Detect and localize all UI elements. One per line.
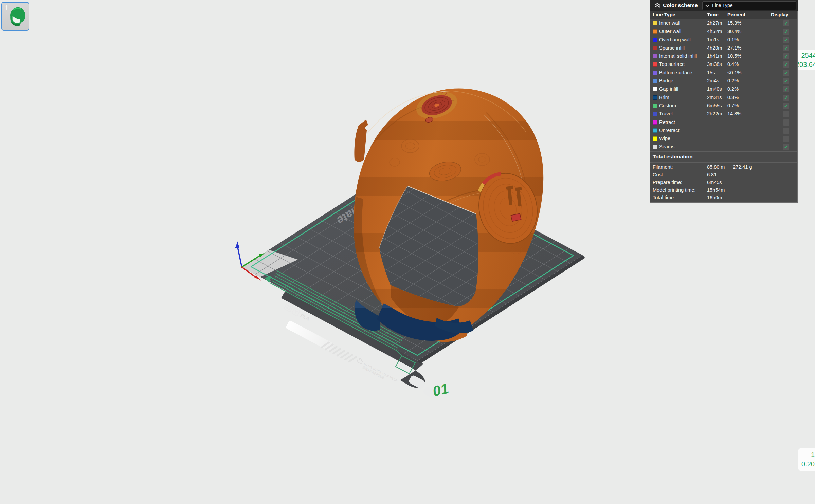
line-type-row: Unretract✓ bbox=[650, 127, 797, 135]
chevron-down-icon bbox=[705, 2, 710, 10]
line-type-label: Wipe bbox=[659, 136, 670, 141]
estimation-value: 16h0m bbox=[707, 195, 722, 200]
line-type-time: 1m1s bbox=[707, 37, 719, 42]
display-checkbox[interactable]: ✓ bbox=[783, 78, 789, 84]
estimation-value: 15h54m bbox=[707, 187, 725, 193]
line-type-time: 4h52m bbox=[707, 29, 722, 34]
line-type-color-swatch bbox=[653, 145, 657, 149]
estimation-row: Cost:6.81 bbox=[650, 171, 797, 179]
line-type-color-swatch bbox=[653, 112, 657, 116]
line-type-percent: 14.8% bbox=[727, 111, 741, 116]
slicer-preview-window: late PLA GLUE STICK CAN HELP 需要时可使用胶棒 bbox=[0, 0, 815, 504]
plate-number-label[interactable]: 01 bbox=[431, 380, 450, 399]
line-type-row: Top surface3m38s0.4%✓ bbox=[650, 60, 797, 69]
step-value: 1 bbox=[798, 450, 815, 460]
col-time: Time bbox=[707, 12, 719, 17]
line-type-color-swatch bbox=[653, 87, 657, 91]
estimation-label: Filament: bbox=[653, 164, 673, 170]
line-type-color-swatch bbox=[653, 95, 657, 100]
line-type-color-swatch bbox=[653, 136, 657, 141]
line-type-color-swatch bbox=[653, 128, 657, 133]
plate-thumbnail-helmet-icon bbox=[4, 5, 31, 31]
estimation-row: Total time:16h0m bbox=[650, 194, 797, 202]
display-checkbox[interactable]: ✓ bbox=[783, 37, 789, 43]
line-type-time: 3m38s bbox=[707, 61, 722, 67]
line-type-row: Internal solid infill1h41m10.5%✓ bbox=[650, 52, 797, 60]
color-scheme-panel: Color scheme Line Type Line Type Time Pe… bbox=[650, 0, 798, 203]
line-type-color-swatch bbox=[653, 104, 657, 108]
display-checkbox[interactable]: ✓ bbox=[783, 45, 789, 51]
line-type-color-swatch bbox=[653, 120, 657, 125]
line-type-color-swatch bbox=[653, 21, 657, 25]
plate-hatch-stripes bbox=[321, 340, 357, 364]
line-type-percent: 15.3% bbox=[727, 20, 741, 26]
estimation-label: Model printing time: bbox=[653, 187, 696, 193]
line-type-row: Brim2m31s0.3%✓ bbox=[650, 94, 797, 102]
plate-thumbnail-card[interactable]: 1 bbox=[1, 2, 29, 31]
line-type-label: Gap infill bbox=[659, 86, 678, 92]
display-checkbox[interactable]: ✓ bbox=[783, 86, 789, 92]
line-type-label: Overhang wall bbox=[659, 37, 691, 42]
line-type-row: Travel2h22m14.8%✓ bbox=[650, 110, 797, 118]
view-type-dropdown[interactable]: Line Type bbox=[702, 1, 796, 10]
line-type-label: Custom bbox=[659, 103, 676, 108]
line-type-percent: 0.4% bbox=[727, 61, 739, 67]
table-header: Line Type Time Percent Display bbox=[650, 11, 797, 19]
line-type-label: Bridge bbox=[659, 78, 673, 83]
display-checkbox[interactable]: ✓ bbox=[783, 95, 789, 101]
line-type-percent: 27.1% bbox=[727, 45, 741, 51]
glue-stick-icon bbox=[357, 358, 363, 364]
estimation-label: Total time: bbox=[653, 195, 675, 200]
line-type-percent: 0.3% bbox=[727, 95, 739, 100]
bambu-logo-icon bbox=[284, 303, 293, 312]
line-type-time: 2m31s bbox=[707, 95, 722, 100]
line-type-label: Travel bbox=[659, 111, 673, 116]
display-checkbox[interactable]: ✓ bbox=[783, 103, 789, 109]
panel-body: Line Type Time Percent Display Inner wal… bbox=[650, 11, 798, 203]
panel-title: Color scheme bbox=[663, 2, 698, 8]
estimation-row: Prepare time:6m45s bbox=[650, 179, 797, 187]
line-type-time: 2h27m bbox=[707, 20, 722, 26]
glue-hint-en: GLUE STICK CAN HELP bbox=[363, 362, 398, 383]
display-checkbox[interactable]: ✓ bbox=[783, 111, 789, 117]
display-checkbox[interactable]: ✓ bbox=[783, 70, 789, 76]
line-type-label: Inner wall bbox=[659, 20, 680, 26]
estimation-label: Prepare time: bbox=[653, 180, 682, 185]
col-display: Display bbox=[771, 12, 789, 17]
display-checkbox[interactable]: ✓ bbox=[783, 29, 789, 35]
display-checkbox[interactable]: ✓ bbox=[783, 136, 789, 142]
line-type-label: Bottom surface bbox=[659, 70, 692, 75]
line-type-row: Retract✓ bbox=[650, 118, 797, 127]
total-estimation-rows: Filament:85.80 m272.41 gCost:6.81Prepare… bbox=[650, 164, 797, 202]
line-type-label: Top surface bbox=[659, 61, 685, 67]
line-type-color-swatch bbox=[653, 79, 657, 83]
display-checkbox[interactable]: ✓ bbox=[783, 53, 789, 59]
panel-topbar: Color scheme Line Type bbox=[650, 0, 798, 11]
estimation-value: 6.81 bbox=[707, 172, 717, 178]
step-slider-readout[interactable]: 1 0.20 bbox=[798, 448, 815, 471]
display-checkbox[interactable]: ✓ bbox=[783, 119, 789, 126]
estimation-label: Cost: bbox=[653, 172, 664, 178]
line-type-label: Brim bbox=[659, 95, 669, 100]
line-type-time: 6m55s bbox=[707, 103, 722, 108]
col-percent: Percent bbox=[727, 12, 745, 17]
line-type-row: Overhang wall1m1s0.1%✓ bbox=[650, 36, 797, 44]
line-type-row: Outer wall4h52m30.4%✓ bbox=[650, 27, 797, 36]
line-type-color-swatch bbox=[653, 29, 657, 34]
line-type-row: Bottom surface15s<0.1%✓ bbox=[650, 69, 797, 77]
plate-material-label: PLA bbox=[300, 313, 310, 322]
display-checkbox[interactable]: ✓ bbox=[783, 144, 789, 150]
display-checkbox[interactable]: ✓ bbox=[783, 20, 789, 26]
line-type-label: Retract bbox=[659, 119, 675, 125]
display-checkbox[interactable]: ✓ bbox=[783, 128, 789, 134]
line-type-time: 2m4s bbox=[707, 78, 719, 83]
line-type-time: 1h41m bbox=[707, 53, 722, 59]
line-type-color-swatch bbox=[653, 71, 657, 75]
collapse-panel-icon[interactable] bbox=[654, 2, 661, 8]
plate-gloss-bar bbox=[286, 320, 335, 352]
estimation-row: Model printing time:15h54m bbox=[650, 187, 797, 194]
divider bbox=[650, 162, 797, 163]
display-checkbox[interactable]: ✓ bbox=[783, 61, 789, 68]
line-type-row: Custom6m55s0.7%✓ bbox=[650, 102, 797, 110]
line-type-row: Inner wall2h27m15.3%✓ bbox=[650, 19, 797, 27]
